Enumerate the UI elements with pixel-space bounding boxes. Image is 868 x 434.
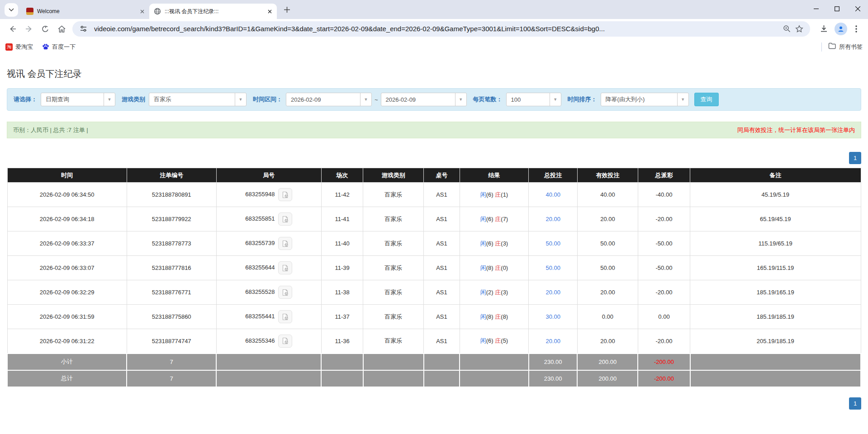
video-replay-button[interactable] [278,310,292,323]
video-replay-button[interactable] [278,237,292,250]
video-file-icon [282,337,289,344]
cell-round: 683255948 [216,183,321,207]
video-replay-button[interactable] [278,188,292,201]
chevron-down-icon[interactable]: ▼ [360,93,371,106]
cell-table-no: AS1 [424,183,460,207]
sort-label: 时间排序： [568,95,597,104]
page-1-button[interactable]: 1 [849,397,861,410]
column-header: 时间 [7,168,127,183]
cell-payout: -20.00 [638,207,690,231]
cell-table-no: AS1 [424,329,460,354]
chevron-down-icon[interactable]: ▼ [677,93,688,106]
cell-total-bet[interactable]: 20.00 [529,207,578,231]
date-end-select[interactable]: 2026-02-09 ▼ [381,93,467,106]
game-kind-select[interactable]: 百家乐 ▼ [149,93,247,106]
bookmark-baidu[interactable]: 百度一下 [42,43,76,51]
minimize-button[interactable] [806,0,826,17]
cell-session: 11-41 [321,207,363,231]
per-page-select[interactable]: 100 ▼ [506,93,561,106]
bookmarks-bar: 淘 爱淘宝 百度一下 所有书签 [0,38,868,55]
per-page-label: 每页笔数： [473,95,503,104]
video-replay-button[interactable] [278,335,292,348]
cell-game-kind: 百家乐 [363,280,424,305]
cell-result: 闲(8) 庄(0) [460,256,529,280]
zoom-icon[interactable] [780,23,793,35]
column-header: 游戏类别 [363,168,424,183]
maximize-button[interactable] [826,0,847,17]
cell-payout: 0.00 [638,305,690,329]
tab-close-icon[interactable] [138,8,146,15]
table-row: 2026-02-09 06:33:37523188778773683255739… [7,231,861,256]
address-bar[interactable]: videoie.com/game/betrecord_search/kind3?… [72,21,810,37]
browser-menu-icon[interactable] [849,22,863,36]
cell-time: 2026-02-09 06:32:29 [7,280,127,305]
cell-total-bet[interactable]: 50.00 [529,231,578,256]
downloads-icon[interactable] [816,22,831,36]
welcome-favicon-icon [26,8,33,15]
tab-close-icon[interactable] [266,8,273,15]
reload-button[interactable] [37,21,53,37]
bookmark-star-icon[interactable] [793,23,806,35]
cell-payout: -50.00 [638,256,690,280]
filter-bar: 请选择： 日期查询 ▼ 游戏类别 百家乐 ▼ 时间区间： 2026-02-09 … [7,88,861,111]
tab-search-button[interactable] [5,3,18,17]
cell-game-kind: 百家乐 [363,207,424,231]
video-replay-button[interactable] [278,261,292,274]
cell-round: 683255441 [216,305,321,329]
baidu-paw-icon [42,43,49,51]
close-window-button[interactable] [847,0,868,17]
cell-valid-bet: 20.00 [577,207,638,231]
search-button[interactable]: 查询 [694,93,719,106]
chevron-down-icon[interactable]: ▼ [235,93,246,106]
cell-payout: -50.00 [638,231,690,256]
video-file-icon [282,191,289,198]
cell-valid-bet: 0.00 [577,305,638,329]
browser-tab-strip: Welcome :::视讯 会员下注纪录::: [0,0,868,19]
video-file-icon [282,289,289,296]
date-start-select[interactable]: 2026-02-09 ▼ [286,93,372,106]
tab-bet-records[interactable]: :::视讯 会员下注纪录::: [149,4,277,19]
new-tab-button[interactable] [280,3,293,16]
cell-payout: -20.00 [638,329,690,354]
cell-total-bet[interactable]: 20.00 [529,280,578,305]
cell-result: 闲(6) 庄(7) [460,207,529,231]
forward-button[interactable] [21,21,37,37]
site-settings-icon[interactable] [77,23,90,35]
total-cell-empty [460,370,529,387]
url-text[interactable]: videoie.com/game/betrecord_search/kind3?… [94,25,780,33]
cell-remark: 65.19/45.19 [690,207,861,231]
column-header: 总投注 [529,168,578,183]
sort-select[interactable]: 降幂(由大到小) ▼ [601,93,689,106]
page-1-button[interactable]: 1 [849,152,861,164]
chevron-down-icon[interactable]: ▼ [104,93,115,106]
cell-game-kind: 百家乐 [363,305,424,329]
cell-total-bet[interactable]: 30.00 [529,305,578,329]
video-replay-button[interactable] [278,212,292,226]
profile-avatar-icon[interactable] [835,23,847,35]
subtotal-cell-total-bet: 230.00 [529,354,578,370]
cell-valid-bet: 20.00 [577,329,638,354]
bookmark-label: 爱淘宝 [15,43,33,51]
back-button[interactable] [5,21,21,37]
video-replay-button[interactable] [278,286,292,299]
cell-total-bet[interactable]: 40.00 [529,183,578,207]
query-type-select[interactable]: 日期查询 ▼ [41,93,115,106]
currency-summary-text: 币别：人民币 | 总共 :7 注单 | [13,126,88,134]
cell-table-no: AS1 [424,305,460,329]
home-button[interactable] [53,21,70,37]
tab-welcome[interactable]: Welcome [22,4,149,19]
bookmark-label: 百度一下 [52,43,76,51]
subtotal-cell-empty [424,354,460,370]
table-row: 2026-02-09 06:34:50523188780891683255948… [7,183,861,207]
cell-table-no: AS1 [424,280,460,305]
folder-icon [828,42,836,51]
chevron-down-icon[interactable]: ▼ [455,93,466,106]
column-header: 备注 [690,168,861,183]
subtotal-cell-empty [216,354,321,370]
all-bookmarks[interactable]: 所有书签 [821,42,863,52]
cell-total-bet[interactable]: 50.00 [529,256,578,280]
subtotal-cell-count: 7 [127,354,216,370]
chevron-down-icon[interactable]: ▼ [550,93,561,106]
cell-total-bet[interactable]: 20.00 [529,329,578,354]
bookmark-aitaobao[interactable]: 淘 爱淘宝 [5,43,33,51]
